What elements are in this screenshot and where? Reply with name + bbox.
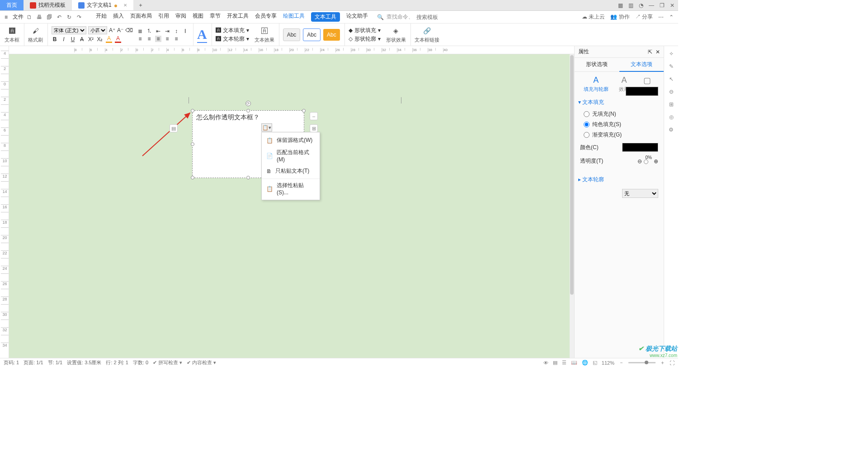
view-page-icon[interactable]: ▤ <box>553 360 557 366</box>
menu-pagelayout[interactable]: 页面布局 <box>130 12 152 22</box>
resize-handle-sw[interactable] <box>191 176 194 179</box>
paste-options-button[interactable]: 📋▾ <box>261 123 272 132</box>
new-icon[interactable]: 🗋 <box>26 14 33 20</box>
select-icon[interactable]: ✎ <box>669 63 674 70</box>
settings-icon[interactable]: ⚙ <box>669 127 674 133</box>
line-spacing-icon[interactable]: ↕ <box>173 28 179 34</box>
task-icon[interactable]: ⊞ <box>669 101 674 108</box>
rotate-handle[interactable]: ⟳ <box>245 101 251 106</box>
opacity-slider[interactable]: ⊖ 0% ⊕ <box>637 158 658 164</box>
tab-home[interactable]: 首页 <box>0 0 24 10</box>
indent-left-icon[interactable]: ⇤ <box>155 28 161 34</box>
shape-style-2[interactable]: Abc <box>303 28 321 41</box>
text-direction-icon[interactable]: Ⅰ <box>182 28 189 34</box>
collapse-button[interactable]: – <box>310 112 318 120</box>
align-justify-icon[interactable]: ≡ <box>164 36 170 42</box>
fullscreen-icon[interactable]: ⛶ <box>670 360 675 366</box>
resize-handle-s[interactable] <box>246 176 250 179</box>
wordart-style-1[interactable]: A <box>197 24 207 26</box>
italic-icon[interactable]: I <box>61 36 67 42</box>
pin-icon[interactable]: ⇱ <box>648 49 652 55</box>
more-button[interactable]: ⋯ <box>658 14 664 20</box>
color-swatch[interactable] <box>622 143 658 152</box>
align-distribute-icon[interactable]: ≡ <box>173 36 179 42</box>
spell-check-button[interactable]: ✔ 拼写检查 ▾ <box>153 359 182 366</box>
shape-style-1[interactable]: Abc <box>283 28 301 41</box>
tab-doc1[interactable]: 文字文稿1●✕ <box>72 0 133 10</box>
close-tab-icon[interactable]: ✕ <box>123 3 127 8</box>
menu-reference[interactable]: 引用 <box>158 12 169 22</box>
menu-insert[interactable]: 插入 <box>113 12 124 22</box>
bold-icon[interactable]: B <box>52 36 58 42</box>
status-section[interactable]: 节: 1/1 <box>48 359 62 366</box>
fill-none-radio[interactable]: 无填充(N) <box>578 109 660 119</box>
maximize-button[interactable]: ❐ <box>660 2 665 9</box>
view-read-icon[interactable]: 📖 <box>571 360 577 366</box>
tab-shape-options[interactable]: 形状选项 <box>575 58 619 72</box>
zoom-out-icon[interactable]: － <box>619 359 624 366</box>
menu-start[interactable]: 开始 <box>96 12 107 22</box>
menu-vip[interactable]: 会员专享 <box>255 12 277 22</box>
align-left-icon[interactable]: ≡ <box>137 36 143 42</box>
cloud-button[interactable]: ☁ 未上云 <box>582 13 605 21</box>
indent-right-icon[interactable]: ⇥ <box>164 28 170 34</box>
highlight-icon[interactable]: A <box>106 35 112 43</box>
close-panel-icon[interactable]: ✕ <box>656 49 660 55</box>
status-position[interactable]: 设置值: 3.5厘米 <box>67 359 101 366</box>
canvas[interactable]: ⟳ 怎么制作透明文本框？ ▤ – <box>9 54 574 358</box>
font-color-icon[interactable]: A <box>115 35 121 43</box>
menu-paper[interactable]: 论文助手 <box>346 12 368 22</box>
scrollbar-vertical[interactable] <box>570 54 574 358</box>
subscript-icon[interactable]: X₂ <box>97 36 103 42</box>
underline-icon[interactable]: U <box>70 36 76 42</box>
zoom-value[interactable]: 112% <box>602 360 614 366</box>
wordart-style-2[interactable]: A <box>197 27 207 43</box>
bullets-icon[interactable]: ≣ <box>137 28 143 34</box>
color-control[interactable]: 颜色(C) <box>578 140 660 155</box>
textbox-group[interactable]: 🅰 文本框 <box>3 24 24 46</box>
outline-control[interactable]: 无 <box>578 186 660 201</box>
outline-select[interactable]: 无 <box>622 189 658 198</box>
numbering-icon[interactable]: ⒈ <box>146 27 152 35</box>
file-menu[interactable]: ≡ 文件 <box>5 13 24 21</box>
share-button[interactable]: ↗ 分享 <box>635 13 653 21</box>
status-line-col[interactable]: 行: 2 列: 1 <box>106 359 128 366</box>
menu-texttool[interactable]: 文本工具 <box>311 12 340 22</box>
menu-drawtool[interactable]: 绘图工具 <box>283 12 305 22</box>
search-input[interactable] <box>416 14 443 20</box>
zoom-slider[interactable] <box>628 362 656 363</box>
menu-section[interactable]: 章节 <box>210 12 221 22</box>
shape-effect-group[interactable]: ◈ 形状效果 <box>384 24 411 46</box>
paste-text-only[interactable]: 🗎只粘贴文本(T) <box>262 165 320 177</box>
align-center-icon[interactable]: ≡ <box>146 36 152 42</box>
fill-preview-swatch[interactable] <box>626 87 658 96</box>
print-icon[interactable]: 🖶 <box>36 14 42 20</box>
textbox-link-group[interactable]: 🔗 文本框链接 <box>413 24 441 46</box>
cursor-icon[interactable]: ↖ <box>669 76 674 82</box>
superscript-icon[interactable]: X² <box>88 36 94 42</box>
resize-handle-ne[interactable] <box>302 109 306 113</box>
skin-icon[interactable]: ◔ <box>639 2 643 9</box>
paste-match-format[interactable]: 📄匹配当前格式(M) <box>262 146 320 165</box>
location-icon[interactable]: ◎ <box>669 114 674 120</box>
tab-text-options[interactable]: 文本选项 <box>619 58 664 72</box>
textbox-text[interactable]: 怎么制作透明文本框？ <box>193 111 304 124</box>
new-tab-button[interactable]: ＋ <box>133 0 148 10</box>
font-size-select[interactable]: 小四 <box>88 26 107 34</box>
view-web-icon[interactable]: 🌐 <box>582 360 588 366</box>
content-check-button[interactable]: ✔ 内容检查 ▾ <box>187 359 216 366</box>
decrease-font-icon[interactable]: A⁻ <box>117 27 123 33</box>
paste-special[interactable]: 📋选择性粘贴(S)... <box>262 179 320 198</box>
shape-outline-button[interactable]: ◇ 形状轮廓 ▾ <box>349 35 381 43</box>
status-page-num[interactable]: 页码: 1 <box>4 359 19 366</box>
menu-view[interactable]: 视图 <box>193 12 203 22</box>
subtab-fill-outline[interactable]: A填充与轮廓 <box>584 75 609 93</box>
text-fill-button[interactable]: 🅰 文本填充 ▾ <box>216 27 249 34</box>
zoom-in-icon[interactable]: ＋ <box>660 359 665 366</box>
status-word-count[interactable]: 字数: 0 <box>133 359 148 366</box>
text-outline-button[interactable]: 🅰 文本轮廓 ▾ <box>216 35 249 43</box>
apps-icon[interactable]: ▥ <box>628 2 633 9</box>
view-outline-icon[interactable]: ☰ <box>562 360 566 366</box>
layout-options-button[interactable]: ▤ <box>170 124 178 132</box>
collapse-ribbon-button[interactable]: ⌃ <box>669 14 674 20</box>
